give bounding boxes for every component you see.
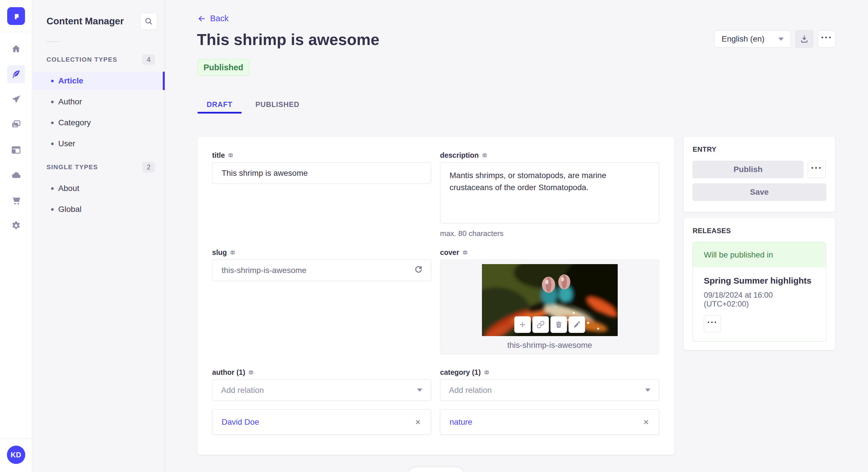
sidebar-item-global[interactable]: Global [32,200,165,218]
field-author: author (1) Add relation David Doe [212,368,431,435]
title-label: title [212,151,225,160]
regenerate-slug-button[interactable] [414,265,423,276]
sidebar-item-author[interactable]: Author [32,93,165,111]
cover-image [482,264,618,336]
trash-icon [555,321,563,329]
logo-box [0,0,32,32]
sidebar-item-user[interactable]: User [32,134,165,153]
close-icon [642,418,650,426]
entry-panel: ENTRY Publish ··· Save [684,136,835,212]
plus-icon [519,321,527,329]
header-more-button[interactable]: ··· [818,30,836,47]
nav-media-library-button[interactable] [7,116,25,134]
sidebar-item-article[interactable]: Article [32,72,165,90]
category-relation-select[interactable]: Add relation [440,379,659,401]
save-button[interactable]: Save [693,183,826,201]
version-tabs: DRAFT PUBLISHED [197,95,309,113]
author-label: author (1) [212,368,245,376]
category-label: category (1) [440,368,481,376]
field-description: description Mantis shrimps, or stomatopo… [440,151,659,248]
category-relation-link[interactable]: nature [450,417,472,427]
locale-select[interactable]: English (en) [714,30,791,47]
gear-icon [11,221,21,231]
nav-content-type-builder-button[interactable] [7,141,25,159]
sidebar-search-button[interactable] [140,12,157,30]
back-label: Back [210,14,228,23]
release-more-button[interactable]: ··· [704,315,721,332]
author-relation-select[interactable]: Add relation [212,379,431,401]
field-category: category (1) Add relation nature [440,368,659,435]
cover-label: cover [440,248,459,257]
sidebar-item-label: Author [58,97,82,106]
globe-icon [248,369,254,375]
cover-edit-button[interactable] [569,316,585,333]
side-panels: ENTRY Publish ··· Save RELEASES Will be … [684,136,835,350]
remove-category-relation-button[interactable] [642,418,650,426]
cover-copy-link-button[interactable] [532,316,549,333]
remove-author-relation-button[interactable] [414,418,422,426]
sidebar-item-about[interactable]: About [32,179,165,198]
cover-toolbar [515,316,585,333]
bottom-overflow-card [408,467,464,472]
refresh-icon [414,265,423,274]
feather-icon [11,69,21,79]
sidebar-divider [46,41,60,42]
back-link[interactable]: Back [197,14,228,23]
author-placeholder: Add relation [221,386,264,395]
nav-content-manager-button[interactable] [7,65,25,83]
chevron-down-icon [417,389,422,392]
globe-icon [228,152,234,158]
category-relation-list: nature [440,409,659,435]
publish-button[interactable]: Publish [693,161,803,178]
ellipsis-icon: ··· [707,318,718,327]
collection-types-label: COLLECTION TYPES [46,56,117,63]
chevron-down-icon [645,389,650,392]
slug-input[interactable] [212,260,431,281]
cloud-icon [11,170,21,180]
slug-label: slug [212,248,227,257]
entry-panel-title: ENTRY [693,145,826,154]
strapi-logo[interactable] [7,7,25,25]
cover-add-button[interactable] [515,316,531,333]
globe-icon [482,152,488,158]
release-date: 09/18/2024 at 16:00 (UTC+02:00) [704,291,815,308]
field-title: title [212,151,431,248]
nav-settings-button[interactable] [7,217,25,235]
user-avatar[interactable]: KD [7,446,25,464]
title-input[interactable] [212,162,431,184]
entry-more-button[interactable]: ··· [808,161,826,178]
sidebar-title: Content Manager [46,16,124,27]
nav-marketplace-button[interactable] [7,192,25,209]
author-relation-link[interactable]: David Doe [222,417,259,427]
author-relation-row: David Doe [212,409,431,434]
sidebar-item-label: Global [58,205,82,214]
page-title: This shrimp is awesome [197,30,379,49]
cover-delete-button[interactable] [551,316,567,333]
download-icon [800,35,809,43]
globe-icon [484,369,490,375]
sidebar-item-label: About [58,184,79,193]
status-badge: Published [197,59,249,76]
description-hint: max. 80 characters [440,229,659,238]
description-label: description [440,151,479,160]
tab-published[interactable]: PUBLISHED [246,95,309,113]
header-actions: English (en) ··· [714,30,836,47]
close-icon [414,418,422,426]
sidebar-item-category[interactable]: Category [32,113,165,132]
release-status-label: Will be published in [704,250,773,260]
bullet-icon [51,187,54,190]
edit-form-card: title description [197,136,674,455]
app-nav-rail: KD [0,0,32,472]
nav-home-button[interactable] [7,40,25,58]
globe-icon [462,249,468,256]
tab-draft[interactable]: DRAFT [197,95,242,113]
description-textarea[interactable]: Mantis shrimps, or stomatopods, are mari… [440,162,659,224]
nav-releases-button[interactable] [7,91,25,108]
nav-deploy-button[interactable] [7,166,25,184]
export-button[interactable] [795,30,813,47]
rail-bottom: KD [0,438,32,472]
pencil-icon [573,321,581,329]
sidebar-item-label: Article [58,76,83,86]
collection-types-header: COLLECTION TYPES 4 [32,54,165,65]
paper-plane-icon [11,94,21,105]
